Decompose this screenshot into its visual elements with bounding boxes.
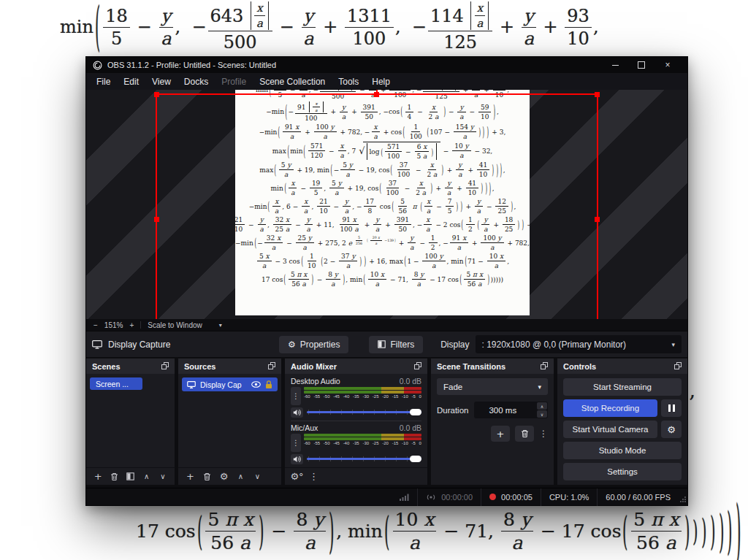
source-item-selected[interactable]: Display Cap [182, 377, 278, 391]
popout-icon[interactable] [268, 362, 275, 371]
sources-dock-header[interactable]: Sources [178, 358, 281, 374]
studio-mode-button[interactable]: Studio Mode [563, 442, 682, 459]
popout-icon[interactable] [414, 362, 421, 371]
stop-recording-button[interactable]: Stop Recording [563, 399, 657, 417]
stream-broadcast-icon [426, 494, 436, 501]
tick-label: -20 [382, 441, 389, 446]
slider-thumb[interactable] [410, 456, 421, 462]
volume-meter [304, 391, 421, 394]
tick-label: -50 [324, 441, 330, 446]
duration-decrement-button[interactable]: ∨ [537, 410, 547, 418]
controls-dock-header[interactable]: Controls [557, 358, 687, 374]
resize-grip[interactable] [680, 495, 686, 504]
scenes-dock-header[interactable]: Scenes [86, 358, 175, 374]
title-bar[interactable]: OBS 31.1.2 - Profile: Untitled - Scenes:… [86, 57, 687, 73]
menu-file[interactable]: File [90, 77, 117, 87]
controls-dock-title: Controls [563, 362, 596, 371]
maximize-icon [638, 61, 645, 69]
scale-dropdown-arrow-icon[interactable]: ▾ [219, 322, 222, 329]
minimize-button[interactable] [602, 57, 628, 73]
background-formula-bottom: 17 cos(5 π x56 a) − 8 ya), min(10 xa − 7… [136, 509, 748, 553]
maximize-button[interactable] [628, 57, 654, 73]
volume-slider[interactable] [307, 407, 421, 417]
menu-view[interactable]: View [145, 77, 178, 87]
slider-track [307, 458, 421, 460]
tick-label: -50 [324, 394, 330, 399]
tick-label: -30 [362, 394, 369, 399]
remove-transition-button[interactable] [515, 426, 534, 442]
pause-recording-button[interactable] [661, 399, 682, 417]
source-selection-box[interactable] [156, 93, 598, 319]
channel-name: Desktop Audio [291, 377, 340, 386]
mute-speaker-button[interactable] [291, 407, 303, 418]
channel-menu-button[interactable]: ⋮ [291, 387, 301, 405]
start-streaming-button[interactable]: Start Streaming [563, 378, 682, 396]
cpu-usage: CPU: 1.0% [549, 493, 589, 502]
tick-label: -5 [411, 394, 415, 399]
settings-button[interactable]: Settings [563, 463, 682, 480]
add-source-button[interactable]: + [182, 471, 199, 482]
duration-spinner[interactable]: 300 ms ∧ ∨ [474, 402, 548, 418]
zoom-in-button[interactable]: + [129, 321, 134, 329]
zoom-out-button[interactable]: − [94, 321, 98, 329]
tick-label: -35 [353, 441, 359, 446]
transition-select[interactable]: Fade ▾ [437, 378, 548, 395]
move-source-up-button[interactable]: ∧ [232, 472, 249, 480]
close-button[interactable]: × [654, 57, 681, 73]
virtual-camera-settings-button[interactable]: ⚙ [661, 421, 682, 438]
add-transition-button[interactable]: + [491, 426, 510, 442]
popout-icon[interactable] [674, 362, 682, 371]
move-scene-down-button[interactable]: ∨ [155, 472, 171, 480]
slider-thumb[interactable] [410, 409, 421, 415]
start-virtual-camera-button[interactable]: Start Virtual Camera [563, 421, 657, 438]
menu-tools[interactable]: Tools [332, 77, 365, 87]
move-scene-up-button[interactable]: ∧ [139, 472, 155, 480]
selection-handle-top-center[interactable] [374, 92, 379, 97]
gear-icon: ⚙ [288, 340, 296, 350]
visibility-eye-icon[interactable] [251, 381, 261, 388]
transition-menu-button[interactable]: ⋮ [539, 429, 548, 439]
display-select[interactable]: : 1920x1080 @ 0,0 (Primary Monitor) ▾ [476, 335, 682, 353]
filters-label: Filters [390, 340, 414, 350]
filters-button[interactable]: Filters [369, 336, 423, 353]
selection-handle-top-left[interactable] [154, 92, 159, 97]
menu-scene-collection[interactable]: Scene Collection [253, 77, 332, 87]
channel-menu-button[interactable]: ⋮ [291, 434, 301, 452]
tick-label: -60 [304, 394, 310, 399]
popout-icon[interactable] [541, 362, 548, 371]
selection-handle-mid-left[interactable] [154, 217, 159, 222]
scene-transitions-dock-header[interactable]: Scene Transitions [431, 358, 554, 374]
scene-item-selected[interactable]: Screen ... [90, 377, 142, 390]
meter-scale: -60-55-50-45-40-35-30-25-20-15-10-50 [304, 394, 421, 399]
audio-mixer-dock-header[interactable]: Audio Mixer [285, 358, 427, 374]
duration-increment-button[interactable]: ∧ [537, 402, 547, 410]
menu-profile[interactable]: Profile [215, 77, 253, 87]
selected-source-label: Display Capture [108, 340, 170, 350]
background-formula-top: min(185 − ya, −643 xa500 − ya + 1311100,… [60, 1, 599, 53]
scene-filters-button[interactable] [122, 472, 138, 480]
popout-icon[interactable] [161, 362, 169, 371]
add-scene-button[interactable]: + [90, 471, 106, 482]
selection-handle-top-right[interactable] [595, 92, 600, 97]
volume-slider[interactable] [307, 454, 421, 464]
preview-canvas[interactable]: min(185 − ya, −643 xa500 − ya + 1311100,… [86, 90, 687, 319]
connection-bars-icon [400, 494, 409, 501]
source-properties-button[interactable]: ⚙ [215, 471, 232, 482]
properties-button[interactable]: ⚙ Properties [279, 336, 348, 353]
transition-select-value: Fade [443, 383, 462, 391]
zoom-toolbar: − 151% + Scale to Window ▾ [86, 319, 687, 331]
lock-icon[interactable] [265, 380, 272, 389]
menu-help[interactable]: Help [365, 77, 397, 87]
menu-docks[interactable]: Docks [178, 77, 215, 87]
tick-label: -10 [402, 441, 408, 446]
mute-speaker-button[interactable] [291, 454, 303, 464]
remove-source-button[interactable] [199, 472, 215, 481]
selection-handle-mid-right[interactable] [595, 217, 600, 222]
scale-to-window-button[interactable]: Scale to Window [148, 321, 202, 329]
advanced-audio-button[interactable]: ⚙° [289, 471, 305, 482]
menu-bar: File Edit View Docks Profile Scene Colle… [86, 73, 687, 90]
menu-edit[interactable]: Edit [117, 77, 145, 87]
remove-scene-button[interactable] [106, 472, 122, 481]
mixer-menu-button[interactable]: ⋮ [305, 471, 322, 482]
move-source-down-button[interactable]: ∨ [249, 472, 266, 480]
